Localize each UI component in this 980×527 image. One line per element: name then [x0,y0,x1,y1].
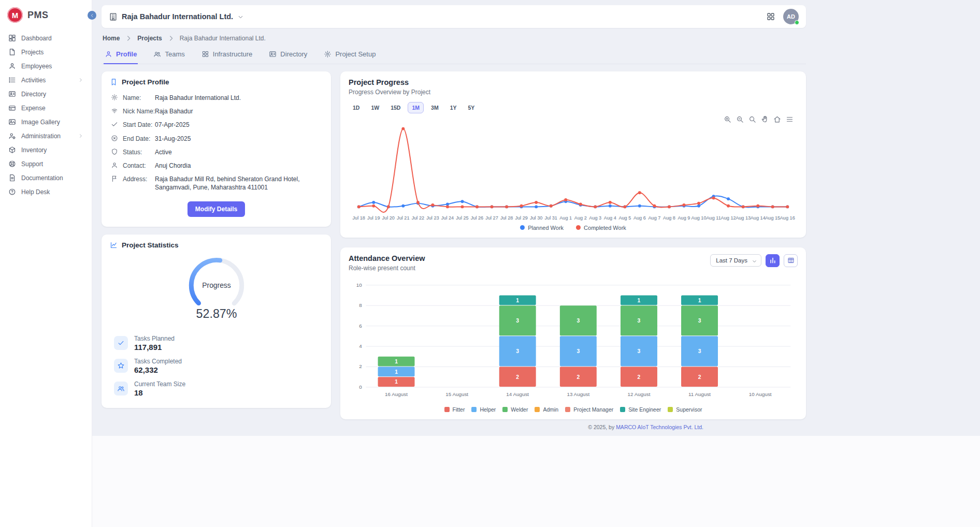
chart-view-button[interactable] [766,254,780,267]
legend-swatch [444,407,450,412]
app-logo[interactable]: M PMS [0,5,92,31]
help-desk-icon [8,188,16,196]
project-profile-card: Project Profile Name:Raja Bahadur Intern… [102,71,331,227]
legend-planned-work[interactable]: Planned Work [520,225,564,231]
progress-line-chart[interactable]: Jul 18Jul 19Jul 20Jul 21Jul 22Jul 23Jul … [349,114,798,223]
selection-zoom-icon[interactable] [748,115,756,123]
date-range-select[interactable]: Last 7 Days [710,254,761,267]
svg-text:Aug 13: Aug 13 [736,215,751,221]
svg-text:15 August: 15 August [445,391,468,397]
legend-label: Supervisor [676,406,702,413]
sidebar-item-label: Projects [21,49,44,56]
range-3m[interactable]: 3M [427,102,443,113]
support-icon [8,160,16,168]
svg-text:3: 3 [638,318,641,324]
range-1m[interactable]: 1M [408,102,424,113]
reset-zoom-home-icon[interactable] [773,115,781,123]
svg-text:Aug 12: Aug 12 [721,215,736,221]
sidebar-item-projects[interactable]: Projects [0,45,92,59]
apps-grid-button[interactable] [766,12,775,21]
apps-icon [201,50,209,58]
field-value: Anuj Chordia [155,162,191,170]
card-subtitle: Progress Overview by Project [349,89,798,96]
legend-swatch [535,407,540,412]
sidebar: M PMS DashboardProjectsEmployeesActiviti… [0,0,92,527]
tab-infrastructure[interactable]: Infrastructure [200,49,254,64]
tab-project-setup[interactable]: Project Setup [323,49,377,64]
legend-label: Helper [480,406,496,413]
sidebar-item-image-gallery[interactable]: Image Gallery [0,115,92,129]
legend-admin[interactable]: Admin [535,406,558,413]
sidebar-item-dashboard[interactable]: Dashboard [0,31,92,45]
footer-link[interactable]: MARCO AIoT Technologies Pvt. Ltd. [616,424,703,430]
sidebar-item-support[interactable]: Support [0,157,92,171]
sidebar-item-activities[interactable]: Activities [0,73,92,87]
field-value: Raja Bahadur [155,107,193,115]
tab-profile[interactable]: Profile [104,49,138,64]
legend-dot [576,225,581,230]
range-5y[interactable]: 5Y [464,102,479,113]
signal-icon [111,107,118,114]
sidebar-item-administration[interactable]: Administration [0,129,92,143]
legend-label: Site Engineer [628,406,661,413]
svg-text:Jul 23: Jul 23 [426,215,439,221]
breadcrumb-item-home[interactable]: Home [103,35,120,42]
range-1y[interactable]: 1Y [446,102,461,113]
administration-icon [8,132,16,140]
line-chart-legend: Planned WorkCompleted Work [349,225,798,231]
attendance-bar-chart[interactable]: 024681011116 August15 August233114 Augus… [349,279,798,405]
sidebar-item-label: Activities [21,77,46,84]
range-15d[interactable]: 15D [386,102,405,113]
tab-teams[interactable]: Teams [152,49,185,64]
svg-text:Jul 26: Jul 26 [471,215,483,221]
sidebar-menu: DashboardProjectsEmployeesActivitiesDire… [0,31,92,199]
svg-text:Jul 18: Jul 18 [353,215,365,221]
directory-icon [8,90,16,98]
svg-text:4: 4 [359,343,362,349]
chevron-down-icon [752,258,757,264]
stat-texts: Tasks Planned117,891 [134,335,175,352]
topbar: Raja Bahadur International Ltd. AD [102,5,806,28]
sidebar-item-help-desk[interactable]: Help Desk [0,185,92,199]
breadcrumb-item-projects[interactable]: Projects [137,35,162,42]
field-value: Raja Bahadur International Ltd. [155,94,241,102]
chart-menu-icon[interactable] [786,115,794,123]
sidebar-item-documentation[interactable]: Documentation [0,171,92,185]
stat-value: 62,332 [134,365,182,374]
stat-label: Current Team Size [134,380,185,388]
legend-supervisor[interactable]: Supervisor [668,406,702,413]
legend-helper[interactable]: Helper [471,406,496,413]
legend-site-engineer[interactable]: Site Engineer [620,406,661,413]
svg-text:Aug 3: Aug 3 [589,215,601,221]
modify-details-button[interactable]: Modify Details [188,201,245,217]
sidebar-collapse-button[interactable] [88,11,96,20]
tab-directory[interactable]: Directory [268,49,308,64]
tab-label: Project Setup [335,50,376,58]
company-selector[interactable]: Raja Bahadur International Ltd. [109,12,244,21]
stat-label: Tasks Completed [134,358,182,365]
chevron-down-icon [237,13,244,20]
range-1d[interactable]: 1D [349,102,364,113]
zoom-out-icon[interactable] [736,115,744,123]
legend-completed-work[interactable]: Completed Work [576,225,626,231]
card-header: Project Statistics [110,241,323,249]
legend-welder[interactable]: Welder [502,406,528,413]
attendance-titles: Attendance Overview Role-wise present co… [349,254,425,272]
sidebar-item-employees[interactable]: Employees [0,59,92,73]
sidebar-item-inventory[interactable]: Inventory [0,143,92,157]
user-avatar[interactable]: AD [783,9,799,24]
legend-project-manager[interactable]: Project Manager [565,406,613,413]
legend-fitter[interactable]: Fitter [444,406,465,413]
zoom-in-icon[interactable] [724,115,731,123]
progress-gauge: Progress 52.87% [179,253,254,321]
sidebar-item-directory[interactable]: Directory [0,87,92,101]
directory-icon [269,50,277,58]
pan-icon[interactable] [761,115,769,123]
sidebar-item-expense[interactable]: Expense [0,101,92,115]
online-status-dot [795,20,799,25]
table-view-button[interactable] [784,254,798,267]
range-1w[interactable]: 1W [367,102,383,113]
svg-text:Jul 31: Jul 31 [545,215,557,221]
legend-swatch [502,407,508,412]
legend-label: Completed Work [584,225,626,231]
